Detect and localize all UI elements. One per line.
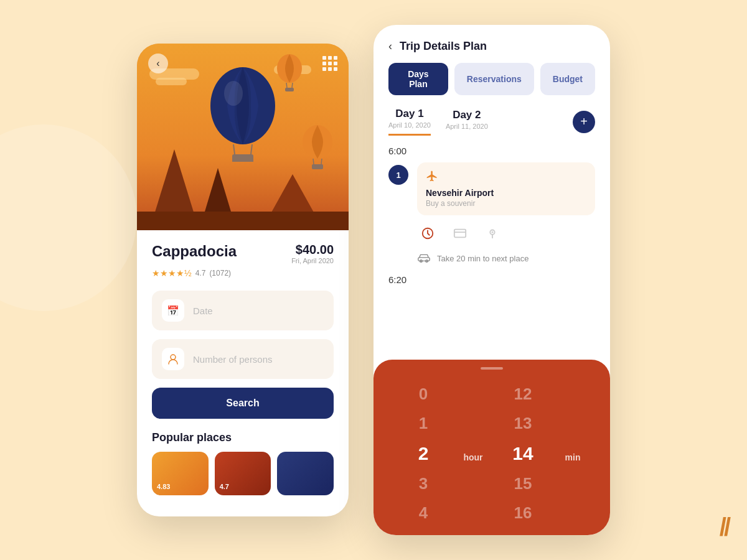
hero-back-button[interactable]: ‹ (148, 54, 168, 73)
time-picker: 0 1 2 3 4 hour 12 13 14 15 (374, 360, 610, 535)
price-date: Fri, April 2020 (291, 257, 334, 264)
timeline-item-1: 1 Nevsehir Airport Buy a souvenir (388, 162, 595, 215)
day-2-date: April 11, 2020 (446, 123, 488, 130)
min-13[interactable]: 13 (492, 409, 554, 438)
search-button[interactable]: Search (152, 388, 334, 419)
phone-content: Cappadocia $40.00 Fri, April 2020 ★★★★½ … (137, 230, 349, 516)
svg-rect-12 (312, 164, 323, 169)
min-16[interactable]: 16 (492, 498, 554, 528)
small-balloon-r (299, 124, 336, 174)
hero-image: ‹ (137, 44, 349, 230)
svg-line-11 (321, 159, 322, 164)
person-icon (162, 348, 184, 370)
rating-count: (1072) (209, 269, 231, 278)
min-label: min (565, 442, 581, 473)
hour-label: hour (463, 442, 482, 473)
min-15[interactable]: 15 (492, 469, 554, 498)
min-selected[interactable]: 14 (492, 438, 554, 469)
timeline-area: 6:00 1 Nevsehir Airport Buy a souvenir (374, 146, 610, 360)
left-phone: ‹ Cappadocia $40.00 Fri, April 2020 ★★★★… (137, 44, 349, 516)
time-label-1: 6:00 (388, 146, 595, 156)
date-label: Date (193, 306, 213, 316)
svg-line-10 (313, 159, 314, 164)
svg-point-13 (171, 355, 176, 360)
persons-label: Number of persons (193, 354, 273, 365)
popular-card-3[interactable] (277, 452, 334, 495)
tabs-row: Days Plan Reservations Budget (374, 63, 610, 108)
rating-row: ★★★★½ 4.7 (1072) (152, 268, 334, 278)
svg-line-6 (286, 83, 287, 88)
calendar-icon: 📅 (162, 299, 184, 322)
add-day-button[interactable]: + (573, 111, 595, 133)
min-column: 12 13 14 15 16 (492, 380, 554, 535)
day-2-label: Day 2 (453, 109, 481, 121)
transit-text: Take 20 min to next place (437, 254, 529, 263)
hour-1[interactable]: 1 (392, 409, 454, 438)
min-12[interactable]: 12 (492, 380, 554, 409)
hour-3[interactable]: 3 (392, 469, 454, 498)
timeline-card-1[interactable]: Nevsehir Airport Buy a souvenir (417, 162, 595, 215)
svg-line-7 (292, 83, 293, 88)
popular-card-1[interactable]: 4.83 (152, 452, 209, 495)
price-amount: $40.00 (291, 243, 334, 257)
card-rating-2: 4.7 (220, 483, 229, 490)
trip-back-button[interactable]: ‹ (388, 40, 392, 53)
date-field[interactable]: 📅 Date (152, 291, 334, 330)
place-price: $40.00 Fri, April 2020 (291, 243, 334, 264)
svg-rect-8 (285, 88, 294, 91)
trip-header: ‹ Trip Details Plan (374, 25, 610, 63)
location-name: Nevsehir Airport (426, 188, 586, 198)
hero-nav: ‹ (137, 54, 349, 73)
picker-handle (481, 367, 503, 370)
popular-cards: 4.83 4.7 (152, 452, 334, 495)
svg-rect-4 (232, 154, 253, 162)
day-2[interactable]: Day 2 April 11, 2020 (446, 109, 488, 135)
grid-icon[interactable] (322, 56, 337, 71)
picker-columns: 0 1 2 3 4 hour 12 13 14 15 (374, 380, 610, 535)
hour-selected[interactable]: 2 (392, 438, 454, 469)
day-1[interactable]: Day 1 April 10, 2020 (388, 108, 431, 136)
card-rating-1: 4.83 (157, 483, 170, 490)
main-balloon (202, 62, 283, 164)
day-1-label: Day 1 (395, 108, 423, 120)
tab-budget[interactable]: Budget (540, 63, 595, 95)
timeline-dot-1: 1 (388, 165, 408, 185)
day-1-date: April 10, 2020 (388, 121, 431, 129)
persons-field[interactable]: Number of persons (152, 339, 334, 379)
place-header: Cappadocia $40.00 Fri, April 2020 (152, 243, 334, 264)
svg-line-2 (233, 144, 235, 154)
clock-action-icon[interactable] (417, 223, 438, 244)
card-action-icon[interactable] (449, 223, 471, 244)
trip-title: Trip Details Plan (400, 40, 487, 53)
days-row: Day 1 April 10, 2020 Day 2 April 11, 202… (374, 108, 610, 146)
svg-line-3 (251, 144, 252, 154)
pin-action-icon[interactable] (482, 223, 503, 244)
rating-value: 4.7 (195, 269, 206, 278)
time-label-2: 6:20 (388, 274, 595, 285)
action-icons (417, 223, 595, 244)
svg-rect-15 (454, 230, 466, 238)
transit-row: Take 20 min to next place (417, 251, 595, 266)
svg-point-18 (492, 231, 494, 233)
svg-point-1 (224, 81, 243, 106)
place-name: Cappadocia (152, 243, 237, 260)
tab-reservations[interactable]: Reservations (454, 63, 534, 95)
right-phone: ‹ Trip Details Plan Days Plan Reservatio… (374, 25, 610, 535)
tab-days-plan[interactable]: Days Plan (388, 63, 448, 95)
car-icon (417, 251, 431, 266)
hour-4[interactable]: 4 (392, 498, 454, 528)
location-sub: Buy a souvenir (426, 199, 586, 208)
hour-column: 0 1 2 3 4 (392, 380, 454, 535)
popular-title: Popular places (152, 431, 334, 444)
stars: ★★★★½ (152, 268, 192, 278)
airplane-icon (426, 170, 586, 185)
popular-card-2[interactable]: 4.7 (215, 452, 271, 495)
hour-0[interactable]: 0 (392, 380, 454, 409)
deco-slashes: // (720, 513, 728, 541)
